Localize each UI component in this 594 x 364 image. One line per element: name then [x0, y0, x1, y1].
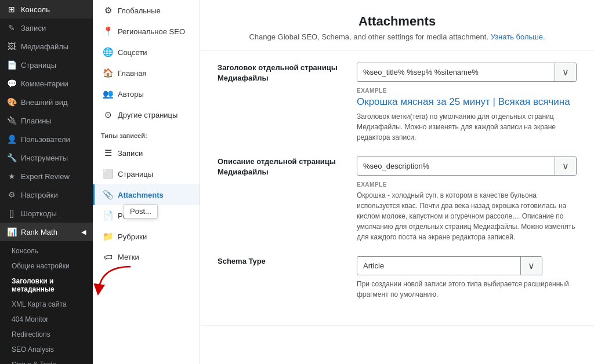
expert-review-icon: ★ [7, 172, 16, 181]
sidebar-item-console[interactable]: ⊞ Консоль [0, 0, 93, 19]
setting-row-title: Заголовок отдельной страницы Медиафайлы … [218, 63, 577, 143]
nav-label-posts-type: Записи [118, 149, 143, 158]
nav-local-seo[interactable]: 📍 Региональное SEO [93, 21, 200, 42]
sidebar-label-tools: Инструменты [21, 154, 68, 162]
setting-control-col-desc: ∨ EXAMPLE Окрошка - холодный суп, в кото… [357, 156, 577, 242]
appearance-icon: 🎨 [7, 97, 16, 107]
other-pages-icon: ⊙ [103, 110, 113, 120]
plugins-icon: 🔌 [7, 116, 16, 125]
title-dropdown-btn[interactable]: ∨ [555, 63, 576, 81]
desc-example-desc: Окрошка - холодный суп, в котором в каче… [357, 190, 577, 242]
learn-more-link[interactable]: Узнать больше. [491, 32, 545, 41]
title-input-wrapper: ∨ [357, 63, 577, 82]
page-header: Attachments Change Global SEO, Schema, a… [200, 0, 594, 51]
post-icon: 📄 [103, 210, 113, 221]
nav-label-categories: Рубрики [118, 232, 147, 241]
pages-type-icon: ⬜ [103, 169, 113, 179]
sidebar-label-rank-math: Rank Math [21, 228, 57, 236]
desc-input[interactable] [357, 157, 555, 175]
sidebar-item-media[interactable]: 🖼 Медиафайлы [0, 37, 93, 56]
submenu-xml-sitemap[interactable]: XML Карта сайта [0, 297, 93, 312]
schema-note: При создании новой записи этого типа выб… [357, 279, 577, 300]
sidebar-item-settings[interactable]: ⚙ Настройки [0, 185, 93, 204]
tools-icon: 🔧 [7, 153, 16, 162]
sidebar-label-users: Пользователи [21, 135, 70, 144]
nav-homepage[interactable]: 🏠 Главная [93, 63, 200, 83]
sidebar-item-posts[interactable]: ✎ Записи [0, 19, 93, 37]
nav-label-authors: Авторы [118, 90, 144, 99]
desc-example-label: EXAMPLE [357, 181, 577, 188]
nav-global[interactable]: ⚙ Глобальные [93, 0, 200, 21]
submenu-console[interactable]: Консоль [0, 243, 93, 259]
sidebar-item-tools[interactable]: 🔧 Инструменты [0, 148, 93, 167]
setting-label-col-desc: Описание отдельной страницы Медиафайлы [218, 156, 345, 177]
nav-social[interactable]: 🌐 Соцсети [93, 42, 200, 63]
nav-pages-type[interactable]: ⬜ Страницы [93, 163, 200, 184]
sidebar-item-appearance[interactable]: 🎨 Внешний вид [0, 93, 93, 111]
nav-label-pages-type: Страницы [118, 170, 153, 179]
rank-math-icon: 📊 [7, 227, 16, 236]
page-subtitle: Change Global SEO, Schema, and other set… [212, 32, 582, 41]
nav-label-tags: Метки [118, 253, 139, 261]
sidebar-item-users[interactable]: 👤 Пользователи [0, 130, 93, 148]
sidebar-label-shortcodes: Шорткоды [21, 209, 57, 218]
submenu-status-tools[interactable]: Status & Tools [0, 357, 93, 364]
nav-authors[interactable]: 👥 Авторы [93, 83, 200, 104]
desc-dropdown-btn[interactable]: ∨ [555, 157, 576, 175]
submenu-redirections[interactable]: Redirections [0, 327, 93, 342]
sidebar-item-expert-review[interactable]: ★ Expert Review [0, 167, 93, 185]
main-content: ⚙ Глобальные 📍 Региональное SEO 🌐 Соцсет… [93, 0, 594, 364]
homepage-icon: 🏠 [103, 68, 113, 78]
nav-posts-type[interactable]: ☰ Записи [93, 143, 200, 163]
sidebar-label-settings: Настройки [21, 191, 58, 199]
categories-icon: 📁 [103, 231, 113, 242]
right-panel: Attachments Change Global SEO, Schema, a… [200, 0, 594, 364]
title-input[interactable] [357, 63, 555, 81]
schema-arrow: ∨ [520, 257, 542, 275]
posts-type-icon: ☰ [103, 148, 113, 158]
nav-post[interactable]: 📄 Post... Post... [93, 205, 200, 226]
nav-label-homepage: Главная [118, 69, 146, 78]
sidebar-label-appearance: Внешний вид [21, 98, 68, 107]
submenu-seo-analysis[interactable]: SEO Analysis [0, 342, 93, 357]
local-seo-icon: 📍 [103, 26, 113, 37]
nav-other-pages[interactable]: ⊙ Другие страницы [93, 104, 200, 125]
sidebar-label-media: Медиафайлы [21, 42, 68, 51]
attachments-icon: 📎 [103, 190, 113, 200]
setting-label-title: Заголовок отдельной страницы Медиафайлы [218, 63, 345, 83]
nav-label-attachments: Attachments [118, 191, 164, 199]
page-title: Attachments [212, 14, 582, 29]
sidebar-label-posts: Записи [21, 24, 46, 32]
global-icon: ⚙ [103, 5, 113, 16]
sidebar-item-rank-math[interactable]: 📊 Rank Math ◀ [0, 223, 93, 241]
sidebar-item-pages[interactable]: 📄 Страницы [0, 56, 93, 74]
post-tooltip: Post... [124, 204, 158, 219]
title-example-link[interactable]: Окрошка мясная за 25 минут | Всякая всяч… [357, 96, 577, 108]
setting-label-col-title: Заголовок отдельной страницы Медиафайлы [218, 63, 345, 83]
schema-select[interactable]: Article BlogPosting Product None [357, 257, 520, 275]
sidebar-label-plugins: Плагины [21, 117, 52, 125]
submenu-404[interactable]: 404 Monitor [0, 312, 93, 327]
page-subtitle-text: Change Global SEO, Schema, and other set… [249, 32, 488, 41]
nav-label-other-pages: Другие страницы [118, 111, 178, 119]
sidebar-item-shortcodes[interactable]: [] Шорткоды [0, 204, 93, 223]
submenu-titles-meta[interactable]: Заголовки и метаданные [0, 274, 93, 297]
wordpress-sidebar: ⊞ Консоль ✎ Записи 🖼 Медиафайлы 📄 Страни… [0, 0, 93, 364]
setting-label-desc: Описание отдельной страницы Медиафайлы [218, 156, 345, 177]
title-example-label: EXAMPLE [357, 88, 577, 94]
nav-categories[interactable]: 📁 Рубрики [93, 226, 200, 247]
setting-label-col-schema: Schema Type [218, 256, 345, 267]
submenu-general[interactable]: Общие настройки [0, 259, 93, 274]
pages-icon: 📄 [7, 60, 16, 70]
sidebar-item-comments[interactable]: 💬 Комментарии [0, 74, 93, 93]
rank-math-nav: ⚙ Глобальные 📍 Региональное SEO 🌐 Соцсет… [93, 0, 200, 364]
sidebar-item-plugins[interactable]: 🔌 Плагины [0, 111, 93, 130]
nav-label-global: Глобальные [118, 6, 161, 15]
nav-attachments[interactable]: 📎 Attachments [93, 184, 200, 205]
social-icon: 🌐 [103, 47, 113, 57]
users-icon: 👤 [7, 134, 16, 144]
settings-section: Заголовок отдельной страницы Медиафайлы … [200, 51, 594, 326]
nav-label-social: Соцсети [118, 48, 147, 57]
nav-tags[interactable]: 🏷 Метки [93, 247, 200, 267]
console-icon: ⊞ [7, 5, 16, 14]
